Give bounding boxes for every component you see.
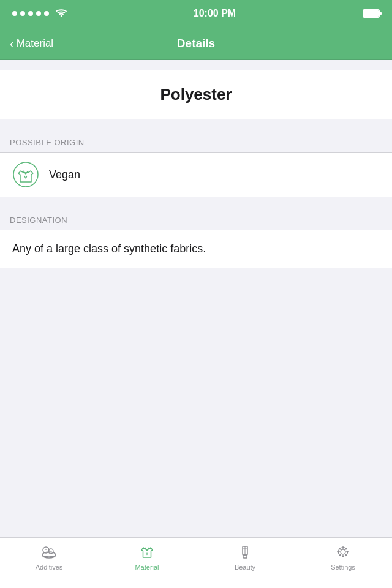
signal-dot-3 (28, 11, 33, 16)
battery-fill (364, 10, 379, 17)
additives-icon: E © (40, 543, 58, 561)
material-icon (138, 543, 156, 561)
material-name-section: Polyester (0, 70, 392, 119)
origin-row: Vegan (0, 153, 392, 197)
tab-beauty-label: Beauty (235, 564, 255, 571)
tab-additives[interactable]: E © Additives (0, 543, 98, 571)
svg-rect-7 (243, 555, 247, 558)
top-gap (0, 60, 392, 70)
tab-beauty[interactable]: Beauty (196, 543, 294, 571)
designation-text-section: Any of a large class of synthetic fabric… (0, 230, 392, 268)
svg-point-9 (341, 549, 345, 554)
designation-section-header: DESIGNATION (0, 207, 392, 230)
tab-bar: E © Additives Material (0, 537, 392, 588)
svg-text:E: E (45, 549, 48, 553)
back-chevron-icon: ‹ (10, 37, 14, 50)
signal-dot-1 (12, 11, 17, 16)
signal-dot-5 (44, 11, 49, 16)
nav-bar: ‹ Material Details (0, 27, 392, 60)
gap-1 (0, 119, 392, 129)
origin-section-header: POSSIBLE ORIGIN (0, 129, 392, 153)
tab-material-label: Material (135, 564, 159, 571)
nav-title: Details (177, 37, 215, 50)
origin-value: Vegan (49, 168, 80, 181)
svg-point-0 (13, 162, 38, 187)
signal-dot-4 (36, 11, 41, 16)
tab-additives-label: Additives (36, 564, 63, 571)
signal-dot-2 (20, 11, 25, 16)
back-label: Material (17, 37, 53, 50)
status-time: 10:00 PM (194, 8, 236, 19)
settings-icon (334, 543, 352, 561)
tab-material[interactable]: Material (98, 543, 196, 571)
wifi-icon (56, 9, 67, 18)
tab-settings[interactable]: Settings (294, 543, 392, 571)
material-name: Polyester (160, 85, 232, 104)
gap-2 (0, 197, 392, 207)
back-button[interactable]: ‹ Material (10, 37, 53, 50)
vegan-icon (12, 161, 39, 188)
beauty-icon (236, 543, 254, 561)
designation-text: Any of a large class of synthetic fabric… (12, 243, 206, 255)
svg-text:©: © (50, 551, 53, 554)
tab-settings-label: Settings (331, 564, 355, 571)
status-bar: 10:00 PM (0, 0, 392, 27)
battery-icon (363, 9, 380, 18)
